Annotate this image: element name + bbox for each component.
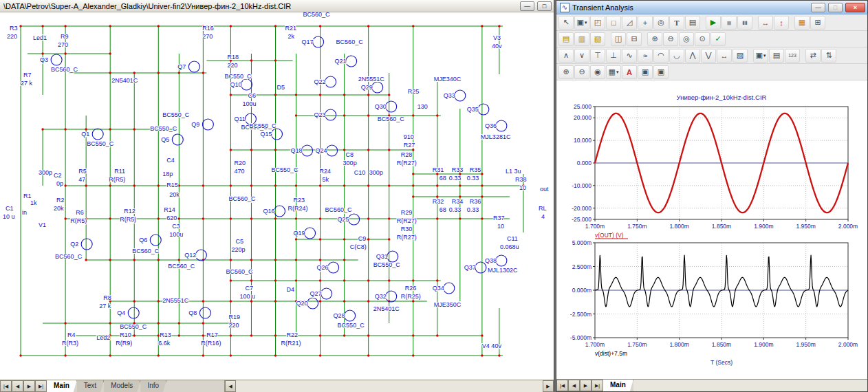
tab-last-button[interactable]: ▶| <box>35 380 47 392</box>
tab-text[interactable]: Text <box>77 380 104 392</box>
junction-dot <box>295 238 297 240</box>
horizontal-tag-icon[interactable]: ↔ <box>758 16 773 30</box>
maximize-button[interactable]: □ <box>537 1 552 11</box>
junction-dot <box>295 184 297 186</box>
grid-options-icon[interactable]: ▦▾ <box>606 65 621 79</box>
junction-dot <box>85 259 87 261</box>
minimize-button[interactable]: — <box>811 3 825 12</box>
point-tag-icon[interactable]: ◎ <box>653 16 669 30</box>
junction-dot <box>412 173 414 175</box>
component-label: 20k <box>169 191 180 198</box>
scroll-left-button[interactable]: ◀ <box>225 380 236 392</box>
scroll-track[interactable] <box>236 380 543 392</box>
component-label: Q1 <box>81 131 89 138</box>
tab-prev-button[interactable]: ◀ <box>568 380 580 391</box>
x-axis-tick-label: 2.000m <box>838 223 858 230</box>
state-variables-icon[interactable]: ▥ <box>574 32 589 46</box>
component-label: Q29 <box>361 84 373 91</box>
wave-icon[interactable]: ∿ <box>622 49 637 63</box>
scale-mode-icon[interactable]: ◿ <box>622 16 637 30</box>
text-mode-icon[interactable]: T <box>669 16 684 30</box>
global-low-icon[interactable]: ⋁ <box>701 49 716 63</box>
width-icon[interactable]: ↔ <box>717 49 732 63</box>
junction-dot <box>133 184 135 186</box>
component-label: C(C8) <box>350 243 367 250</box>
transistor-symbol <box>478 104 489 115</box>
zoom-in-tool-icon[interactable]: ⊕ <box>647 32 662 46</box>
data-points-icon[interactable]: ⊞ <box>810 16 825 30</box>
watch-window-icon[interactable]: ▦ <box>794 16 810 30</box>
copy-graph-icon[interactable]: ▣ <box>638 65 653 79</box>
junction-dot <box>158 354 160 356</box>
junction-dot <box>178 259 180 261</box>
waveform-buffer-icon[interactable]: ▤ <box>769 49 784 63</box>
bottom-icon[interactable]: ⊥ <box>606 49 621 63</box>
junction-dot <box>230 334 232 336</box>
tab-info[interactable]: Info <box>140 380 166 392</box>
open-file-icon[interactable]: ▣▾ <box>574 16 589 30</box>
hatch-icon[interactable]: ▨ <box>733 49 748 63</box>
zoom-out-icon[interactable]: ⊖ <box>574 65 589 79</box>
zoom-out-tool-icon[interactable]: ⊖ <box>663 32 678 46</box>
scroll-right-button[interactable]: ▶ <box>543 380 554 392</box>
go-to-x-icon[interactable]: ✓ <box>710 32 726 46</box>
select-mode-icon[interactable]: ↖ <box>558 16 574 30</box>
clipboard-icon[interactable]: ▣▾ <box>753 49 768 63</box>
minimize-button[interactable]: — <box>520 1 534 11</box>
close-button[interactable]: × <box>845 3 865 12</box>
global-high-icon[interactable]: ⋀ <box>685 49 700 63</box>
zoom-level-icon[interactable]: ◉ <box>590 65 605 79</box>
rise-edge-icon[interactable]: ◠ <box>653 49 669 63</box>
vertical-tag-icon[interactable]: ↕ <box>774 16 789 30</box>
operating-point-icon[interactable]: ▧ <box>590 32 605 46</box>
region-select-icon[interactable]: □ <box>606 16 621 30</box>
autoscale-icon[interactable]: ◎ <box>679 32 694 46</box>
junction-dot <box>202 184 204 186</box>
copy-window-icon[interactable]: ▣ <box>653 65 669 79</box>
pause-icon[interactable]: ▮▮ <box>737 16 752 30</box>
toolbar-row-2: ▤▥▧◫⊟⊕⊖◎⊙✓ <box>556 31 867 47</box>
split-window-icon[interactable]: ◫ <box>611 32 626 46</box>
stop-icon[interactable]: ■ <box>721 16 737 30</box>
graphics-mode-icon[interactable]: ◰ <box>590 16 605 30</box>
calculator-icon[interactable]: 123 <box>785 49 800 63</box>
component-label: Q33 <box>444 92 455 99</box>
remove-limits-icon[interactable]: ⊟ <box>627 32 642 46</box>
tab-main[interactable]: Main <box>47 380 77 392</box>
fall-edge-icon[interactable]: ◡ <box>669 49 684 63</box>
component-label: Q5 <box>161 136 169 143</box>
tab-last-button[interactable]: ▶| <box>592 380 603 391</box>
restore-scales-icon[interactable]: ⊙ <box>695 32 710 46</box>
numeric-output-icon[interactable]: ▤ <box>558 32 574 46</box>
run-icon[interactable]: ▶ <box>706 16 721 30</box>
zoom-in-icon[interactable]: ⊕ <box>558 65 574 79</box>
component-label: Q25 <box>338 216 349 223</box>
component-label: Q28 <box>334 312 345 319</box>
charts-canvas[interactable]: Универ-фин-2_10kHz-dist.CIR25.00020.0001… <box>556 80 867 376</box>
maximize-button[interactable]: □ <box>828 3 843 12</box>
swap-xy-icon[interactable]: ⇄ <box>805 49 821 63</box>
tab-next-button[interactable]: ▶ <box>580 380 592 391</box>
schematic-canvas[interactable]: R3220Led1R9270Q3BC560_CR727 kQ72N5401CR1… <box>0 12 554 380</box>
junction-dot <box>158 72 160 74</box>
tab-first-button[interactable]: |◀ <box>0 380 12 392</box>
transient-titlebar[interactable]: ∿ Transient Analysis — □ × <box>556 1 867 14</box>
component-label: 0.33 <box>467 206 479 213</box>
valley-icon[interactable]: ∨ <box>574 49 589 63</box>
top-icon[interactable]: ⊤ <box>590 49 605 63</box>
tab-main[interactable]: Main <box>603 380 633 391</box>
y-axis-tick-label: 2.500m <box>572 263 592 270</box>
peak-icon[interactable]: ∧ <box>558 49 574 63</box>
cursor-mode-icon[interactable]: + <box>638 16 653 30</box>
transistor-symbol <box>307 298 318 309</box>
tab-prev-button[interactable]: ◀ <box>12 380 23 392</box>
font-icon[interactable]: A <box>622 65 637 79</box>
ripple-icon[interactable]: ≈ <box>638 49 653 63</box>
tab-next-button[interactable]: ▶ <box>23 380 35 392</box>
align-cursors-icon[interactable]: ⇅ <box>821 49 836 63</box>
tab-first-button[interactable]: |◀ <box>556 380 568 391</box>
tab-models[interactable]: Models <box>104 380 140 392</box>
properties-icon[interactable]: ▤ <box>685 16 700 30</box>
junction-dot <box>178 217 180 219</box>
schematic-titlebar[interactable]: \DATA\Petrov\Super-A_Alexander_Gladkiy\U… <box>0 0 554 12</box>
